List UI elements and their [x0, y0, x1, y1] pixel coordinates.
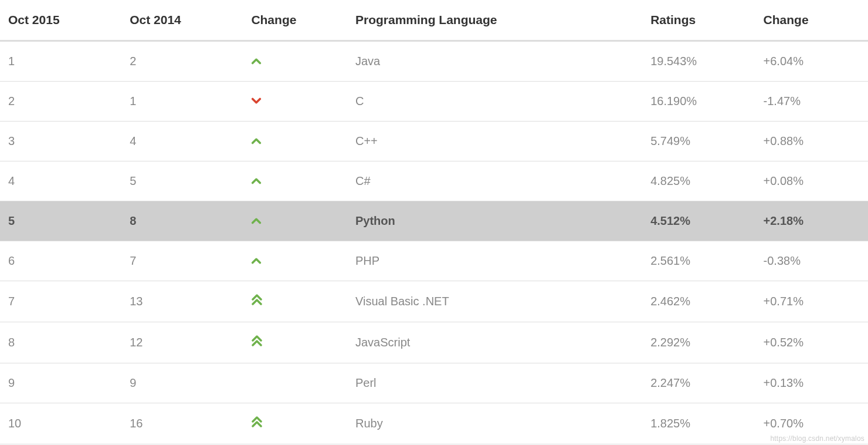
- table-row: 713Visual Basic .NET2.462%+0.71%: [0, 281, 868, 322]
- cell-language: JavaScript: [347, 322, 642, 363]
- cell-trend-icon: [243, 241, 347, 281]
- header-oct-2014: Oct 2014: [121, 0, 243, 41]
- table-header-row: Oct 2015 Oct 2014 Change Programming Lan…: [0, 0, 868, 41]
- cell-change: -0.38%: [755, 241, 868, 281]
- header-oct-2015: Oct 2015: [0, 0, 121, 41]
- cell-language: Perl: [347, 363, 642, 403]
- cell-ratings: 16.190%: [642, 82, 755, 122]
- header-ratings: Ratings: [642, 0, 755, 41]
- cell-trend-icon: [243, 82, 347, 122]
- cell-change: +6.04%: [755, 41, 868, 82]
- chevron-up-icon: [251, 217, 262, 225]
- cell-change: +0.13%: [755, 363, 868, 403]
- header-change: Change: [755, 0, 868, 41]
- cell-rank-2015: 4: [0, 161, 121, 201]
- cell-ratings: 2.247%: [642, 363, 755, 403]
- cell-rank-2014: 4: [121, 122, 243, 161]
- cell-language: Visual Basic .NET: [347, 281, 642, 322]
- double-chevron-up-icon: [251, 335, 263, 347]
- cell-language: Java: [347, 41, 642, 82]
- cell-language: PHP: [347, 241, 642, 281]
- cell-language: C#: [347, 161, 642, 201]
- header-change-icon: Change: [243, 0, 347, 41]
- cell-rank-2015: 7: [0, 281, 121, 322]
- cell-rank-2015: 10: [0, 403, 121, 444]
- chevron-up-icon: [251, 137, 262, 145]
- cell-rank-2015: 2: [0, 82, 121, 122]
- tiobe-index-table: Oct 2015 Oct 2014 Change Programming Lan…: [0, 0, 868, 444]
- double-chevron-up-icon: [251, 294, 263, 306]
- cell-change: +2.18%: [755, 201, 868, 241]
- cell-trend-icon: [243, 363, 347, 403]
- cell-change: +0.52%: [755, 322, 868, 363]
- cell-ratings: 4.512%: [642, 201, 755, 241]
- cell-rank-2015: 8: [0, 322, 121, 363]
- table-row: 34C++5.749%+0.88%: [0, 122, 868, 161]
- chevron-down-icon: [251, 97, 262, 105]
- cell-rank-2014: 12: [121, 322, 243, 363]
- cell-rank-2014: 16: [121, 403, 243, 444]
- cell-change: +0.88%: [755, 122, 868, 161]
- table-row: 58Python4.512%+2.18%: [0, 201, 868, 241]
- header-language: Programming Language: [347, 0, 642, 41]
- cell-rank-2015: 5: [0, 201, 121, 241]
- cell-ratings: 2.561%: [642, 241, 755, 281]
- table-row: 812JavaScript2.292%+0.52%: [0, 322, 868, 363]
- cell-language: C++: [347, 122, 642, 161]
- cell-language: Ruby: [347, 403, 642, 444]
- double-chevron-up-icon: [251, 416, 263, 428]
- chevron-up-icon: [251, 257, 262, 265]
- cell-rank-2014: 8: [121, 201, 243, 241]
- chevron-up-icon: [251, 57, 262, 65]
- cell-rank-2015: 6: [0, 241, 121, 281]
- cell-rank-2015: 9: [0, 363, 121, 403]
- cell-rank-2015: 1: [0, 41, 121, 82]
- chevron-up-icon: [251, 177, 262, 185]
- table-row: 12Java19.543%+6.04%: [0, 41, 868, 82]
- cell-ratings: 2.462%: [642, 281, 755, 322]
- cell-change: +0.08%: [755, 161, 868, 201]
- cell-change: +0.71%: [755, 281, 868, 322]
- cell-trend-icon: [243, 41, 347, 82]
- table-row: 67PHP2.561%-0.38%: [0, 241, 868, 281]
- cell-rank-2014: 1: [121, 82, 243, 122]
- cell-rank-2014: 2: [121, 41, 243, 82]
- cell-ratings: 2.292%: [642, 322, 755, 363]
- cell-rank-2014: 7: [121, 241, 243, 281]
- cell-ratings: 19.543%: [642, 41, 755, 82]
- cell-language: Python: [347, 201, 642, 241]
- cell-rank-2014: 9: [121, 363, 243, 403]
- cell-rank-2014: 5: [121, 161, 243, 201]
- table-row: 21C16.190%-1.47%: [0, 82, 868, 122]
- table-row: 45C#4.825%+0.08%: [0, 161, 868, 201]
- cell-trend-icon: [243, 161, 347, 201]
- cell-ratings: 4.825%: [642, 161, 755, 201]
- cell-trend-icon: [243, 201, 347, 241]
- cell-rank-2015: 3: [0, 122, 121, 161]
- table-row: 99Perl2.247%+0.13%: [0, 363, 868, 403]
- cell-ratings: 5.749%: [642, 122, 755, 161]
- cell-trend-icon: [243, 281, 347, 322]
- cell-ratings: 1.825%: [642, 403, 755, 444]
- cell-change: -1.47%: [755, 82, 868, 122]
- cell-language: C: [347, 82, 642, 122]
- cell-trend-icon: [243, 403, 347, 444]
- cell-trend-icon: [243, 122, 347, 161]
- table-row: 1016Ruby1.825%+0.70%: [0, 403, 868, 444]
- cell-trend-icon: [243, 322, 347, 363]
- watermark-text: https://blog.csdn.net/xymalos: [770, 434, 864, 443]
- cell-rank-2014: 13: [121, 281, 243, 322]
